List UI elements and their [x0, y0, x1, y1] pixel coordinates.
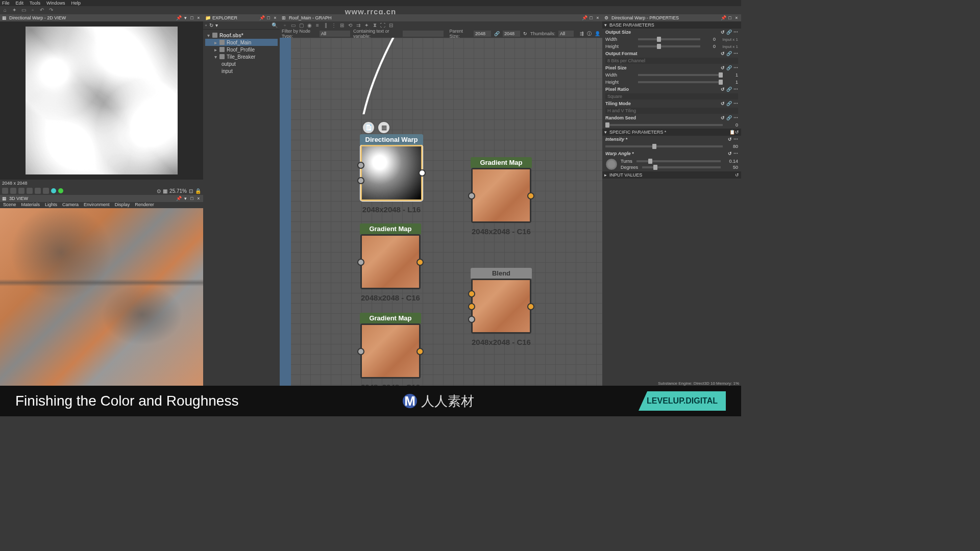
slider-pixel-height[interactable]	[638, 81, 723, 83]
undo-icon[interactable]: ↶	[39, 7, 45, 13]
prop-value[interactable]: 80	[725, 144, 738, 149]
chevron-down-icon[interactable]: ▾	[214, 54, 219, 60]
lock-icon[interactable]: 🔒	[195, 188, 201, 194]
menu-windows[interactable]: Windows	[46, 1, 65, 6]
menu-file[interactable]: File	[2, 1, 10, 6]
node-port-in[interactable]	[357, 259, 364, 266]
timing-icon[interactable]: ⧗	[372, 22, 378, 29]
reset-icon[interactable]: ↺	[721, 87, 725, 92]
node-gradient-map-3[interactable]: Gradient Map 2048x2048 - C16	[360, 323, 421, 379]
more-icon[interactable]: ⋯	[733, 101, 738, 106]
align-icon[interactable]: ≡	[314, 22, 321, 29]
tree-item-input[interactable]: input	[205, 67, 278, 74]
reset-icon[interactable]: ↺	[721, 65, 725, 70]
slider-pixel-width[interactable]	[638, 74, 723, 76]
copy-icon[interactable]: 📋	[729, 130, 735, 135]
node-blend[interactable]: Blend 2048x2048 - C16	[471, 279, 531, 334]
parent-size-y-select[interactable]	[503, 31, 520, 37]
link-icon[interactable]: 🔗	[726, 115, 732, 120]
reset-all-icon[interactable]: ↺	[735, 172, 739, 178]
node-port-in[interactable]	[468, 192, 475, 199]
channel-rgb-icon[interactable]	[51, 188, 56, 193]
collapse-icon[interactable]: ▾	[215, 22, 218, 28]
minimize-icon[interactable]: ▾	[183, 15, 188, 20]
pin-icon[interactable]: 📌	[721, 15, 726, 20]
close-icon[interactable]: ×	[595, 15, 600, 20]
more-icon[interactable]: ⋯	[733, 51, 738, 56]
home-icon[interactable]: ⌂	[2, 7, 8, 13]
3d-menu-camera[interactable]: Camera	[62, 202, 79, 208]
histogram-icon[interactable]	[27, 188, 33, 194]
reset-icon[interactable]: ↺	[721, 30, 725, 35]
filter-text-input[interactable]	[403, 31, 444, 37]
node-port-in-bg[interactable]	[468, 303, 475, 310]
node-port-out[interactable]	[416, 348, 424, 355]
chevron-right-icon[interactable]: ▸	[214, 47, 219, 53]
link-icon[interactable]: 🔗	[726, 87, 732, 92]
graph-header[interactable]: ⊞ Roof_Main - GRAPH 📌 □ ×	[280, 14, 602, 21]
maximize-icon[interactable]: □	[189, 15, 194, 20]
node-gradient-map-1[interactable]: Gradient Map 2048x2048 - C16	[471, 168, 531, 223]
reset-icon[interactable]: ↺	[728, 151, 732, 156]
save-icon[interactable]: ▫	[30, 7, 36, 13]
slider-angle-turns[interactable]	[636, 160, 721, 162]
reset-icon[interactable]: ↺	[728, 137, 732, 142]
panel-2d-header[interactable]: ▦ Directional Warp - 2D VIEW 📌 ▾ □ ×	[0, 14, 203, 21]
more-icon[interactable]: ⋯	[733, 65, 738, 70]
expand-icon[interactable]: ⛶	[380, 22, 386, 29]
ruler-icon[interactable]	[35, 188, 41, 194]
link-icon[interactable]: 🔗	[726, 51, 732, 56]
pin-node-icon[interactable]: ◉	[306, 22, 312, 29]
link-size-icon[interactable]: 🔗	[494, 31, 500, 36]
new-pkg-icon[interactable]: ▫	[205, 22, 207, 28]
pin-icon[interactable]: 📌	[176, 15, 181, 20]
node-directional-warp[interactable]: 📄 ▦ Directional Warp 2048x2048 - L16	[360, 145, 423, 201]
pin-icon[interactable]: 📌	[259, 15, 264, 20]
more-icon[interactable]: ⋯	[733, 115, 738, 120]
tree-item-roof-profile[interactable]: ▸ Roof_Profile	[205, 46, 278, 53]
flow-icon[interactable]: ⇶	[580, 31, 584, 36]
3d-menu-scene[interactable]: Scene	[3, 202, 16, 208]
channel-g-icon[interactable]	[58, 188, 63, 193]
maximize-icon[interactable]: □	[266, 15, 271, 20]
node-port-in-2[interactable]	[357, 177, 364, 184]
more-icon[interactable]: ⋯	[733, 87, 738, 92]
comment-icon[interactable]: ▭	[290, 22, 296, 29]
3d-menu-environment[interactable]: Environment	[84, 202, 110, 208]
reset-all-icon[interactable]: ↺	[735, 130, 739, 135]
tree-item-roof-main[interactable]: ▸ Roof_Main	[205, 39, 278, 46]
minimize-icon[interactable]: ▾	[183, 196, 188, 201]
close-icon[interactable]: ×	[734, 15, 739, 20]
pin-icon[interactable]: 📌	[582, 15, 587, 20]
view2d-viewport[interactable]	[0, 21, 203, 180]
graph-input-bar[interactable]	[280, 38, 291, 386]
angle-dial[interactable]	[605, 158, 618, 170]
alpha-icon[interactable]: ▦	[163, 188, 167, 194]
frame-icon[interactable]: ▢	[298, 22, 304, 29]
more-icon[interactable]: ⋯	[733, 151, 738, 156]
prop-output-format-value[interactable]: 8 Bits per Channel	[602, 57, 741, 64]
node-port-in[interactable]	[357, 348, 364, 355]
3d-menu-lights[interactable]: Lights	[45, 202, 57, 208]
pin-icon[interactable]: 📌	[176, 196, 181, 201]
search-icon[interactable]: 🔍	[272, 22, 278, 28]
prop-value[interactable]: 1	[725, 80, 738, 85]
node-port-out[interactable]	[527, 303, 534, 310]
maximize-icon[interactable]: □	[189, 196, 194, 201]
new-icon[interactable]: ✦	[11, 7, 17, 13]
link-icon[interactable]: 🔗	[726, 30, 732, 35]
picker-icon[interactable]: ⊙	[157, 188, 161, 194]
prop-value[interactable]: 0.14	[725, 159, 738, 164]
section-specific-params[interactable]: ▾ SPECIFIC PARAMETERS * 📋 ↺	[602, 129, 741, 136]
open-icon[interactable]: ▭	[20, 7, 27, 13]
prop-tiling-value[interactable]: H and V Tiling	[602, 107, 741, 114]
tree-root[interactable]: ▾ Roof.sbs*	[205, 32, 278, 39]
prop-value[interactable]: 50	[725, 165, 738, 170]
section-base-params[interactable]: ▾ BASE PARAMETERS	[602, 21, 741, 29]
tile-icon[interactable]	[10, 188, 16, 194]
tree-item-output[interactable]: output	[205, 60, 278, 67]
color-icon[interactable]	[43, 188, 49, 194]
info-icon[interactable]: ⓘ	[587, 31, 592, 37]
link-icon[interactable]: ⟲	[347, 22, 353, 29]
close-icon[interactable]: ×	[196, 196, 201, 201]
